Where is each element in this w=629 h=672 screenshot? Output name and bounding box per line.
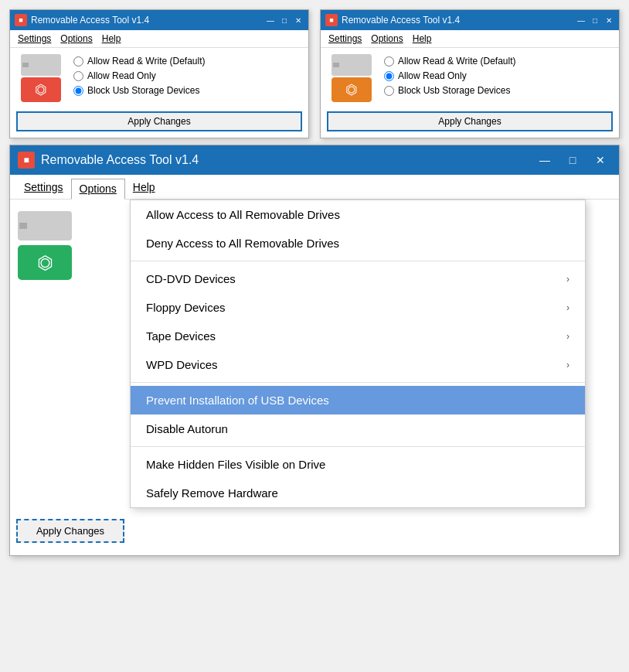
menu-settings-2[interactable]: Settings [324, 32, 366, 46]
minimize-btn-2[interactable]: — [576, 15, 586, 26]
usb-device-gray-2 [332, 54, 372, 76]
chevron-tape: › [566, 331, 570, 342]
apply-btn-2[interactable]: Apply Changes [327, 111, 613, 131]
radio-read-only-1[interactable]: Allow Read Only [73, 70, 206, 81]
large-usb-symbol: ⏣ [37, 252, 53, 274]
divider-3 [131, 446, 585, 447]
radio-read-only-2[interactable]: Allow Read Only [384, 70, 516, 81]
dropdown-item-hidden-files[interactable]: Make Hidden Files Visible on Drive [131, 450, 585, 479]
usb-device-gray-1 [21, 54, 61, 76]
menu-settings-1[interactable]: Settings [13, 32, 56, 46]
menubar-2: Settings Options Help [321, 30, 619, 48]
divider-1 [131, 261, 585, 261]
large-left-panel: ⏣ Apply Changes [10, 200, 130, 555]
radio-block-usb-1[interactable]: Block Usb Storage Devices [73, 85, 206, 96]
usb-orange-badge-2: ⏣ [332, 77, 372, 102]
large-apply-btn[interactable]: Apply Changes [16, 519, 124, 543]
menu-options-2[interactable]: Options [366, 32, 407, 46]
dropdown-item-disable-autorun[interactable]: Disable Autorun [131, 414, 585, 443]
options-dropdown-menu: Allow Access to All Removable Drives Den… [130, 200, 586, 508]
large-close-btn[interactable]: ✕ [590, 150, 611, 170]
dropdown-item-deny-access[interactable]: Deny Access to All Removable Drives [131, 229, 585, 258]
minimize-btn-1[interactable]: — [265, 15, 276, 26]
dropdown-item-tape[interactable]: Tape Devices › [131, 322, 585, 350]
dropdown-item-floppy[interactable]: Floppy Devices › [131, 293, 585, 322]
titlebar-controls-1: — □ ✕ [265, 15, 304, 26]
title-text-1: Removable Access Tool v1.4 [31, 15, 265, 26]
title-icon-1: ■ [15, 14, 27, 26]
close-btn-1[interactable]: ✕ [293, 15, 304, 26]
apply-btn-1[interactable]: Apply Changes [16, 111, 302, 131]
large-maximize-btn[interactable]: □ [562, 150, 583, 170]
title-icon-2: ■ [325, 14, 338, 26]
large-menu-settings[interactable]: Settings [16, 178, 71, 199]
large-window: ■ Removable Access Tool v1.4 — □ ✕ Setti… [9, 145, 620, 556]
large-menu-help[interactable]: Help [125, 178, 163, 199]
usb-red-badge-1: ⏣ [21, 77, 61, 102]
small-window-2: ■ Removable Access Tool v1.4 — □ ✕ Setti… [320, 9, 620, 138]
usb-symbol-2: ⏣ [345, 81, 358, 98]
large-menu-options[interactable]: Options [71, 179, 125, 200]
large-titlebar-controls: — □ ✕ [534, 150, 611, 170]
usb-icon-box-2: ⏣ [327, 54, 376, 102]
large-minimize-btn[interactable]: — [534, 150, 556, 170]
window-body-2: ⏣ Allow Read & Write (Default) Allow Rea… [321, 48, 619, 108]
large-title-icon: ■ [18, 152, 35, 169]
title-text-2: Removable Access Tool v1.4 [342, 15, 576, 26]
large-window-body: ⏣ Apply Changes Allow Access to All Remo… [10, 200, 619, 555]
radio-read-write-1[interactable]: Allow Read & Write (Default) [73, 56, 206, 67]
large-usb-gray [18, 211, 72, 240]
large-title-text: Removable Access Tool v1.4 [41, 153, 534, 167]
menu-options-1[interactable]: Options [56, 32, 97, 46]
maximize-btn-1[interactable]: □ [279, 15, 290, 26]
dropdown-item-safely-remove[interactable]: Safely Remove Hardware [131, 479, 585, 507]
usb-icon-box-1: ⏣ [16, 54, 66, 102]
large-usb-green: ⏣ [18, 245, 72, 280]
dropdown-item-allow-access[interactable]: Allow Access to All Removable Drives [131, 200, 585, 229]
large-titlebar: ■ Removable Access Tool v1.4 — □ ✕ [10, 145, 619, 175]
usb-symbol-1: ⏣ [35, 81, 47, 98]
radio-read-write-2[interactable]: Allow Read & Write (Default) [384, 56, 516, 67]
close-btn-2[interactable]: ✕ [604, 15, 614, 26]
large-menubar: Settings Options Help [10, 175, 619, 200]
menu-help-1[interactable]: Help [97, 32, 126, 46]
dropdown-item-wpd[interactable]: WPD Devices › [131, 350, 585, 379]
titlebar-2: ■ Removable Access Tool v1.4 — □ ✕ [321, 10, 619, 30]
radio-group-2: Allow Read & Write (Default) Allow Read … [384, 54, 516, 96]
divider-2 [131, 382, 585, 383]
chevron-floppy: › [566, 302, 570, 313]
titlebar-controls-2: — □ ✕ [576, 15, 614, 26]
dropdown-item-prevent-usb[interactable]: Prevent Installation of USB Devices [131, 386, 585, 414]
radio-group-1: Allow Read & Write (Default) Allow Read … [73, 54, 206, 96]
menu-help-2[interactable]: Help [408, 32, 437, 46]
window-body-1: ⏣ Allow Read & Write (Default) Allow Rea… [10, 48, 308, 108]
maximize-btn-2[interactable]: □ [590, 15, 600, 26]
chevron-wpd: › [566, 360, 570, 370]
dropdown-item-cd-dvd[interactable]: CD-DVD Devices › [131, 264, 585, 293]
menubar-1: Settings Options Help [10, 30, 308, 48]
chevron-cd-dvd: › [566, 274, 570, 285]
titlebar-1: ■ Removable Access Tool v1.4 — □ ✕ [10, 10, 308, 30]
small-window-1: ■ Removable Access Tool v1.4 — □ ✕ Setti… [9, 9, 309, 138]
radio-block-usb-2[interactable]: Block Usb Storage Devices [384, 85, 516, 96]
